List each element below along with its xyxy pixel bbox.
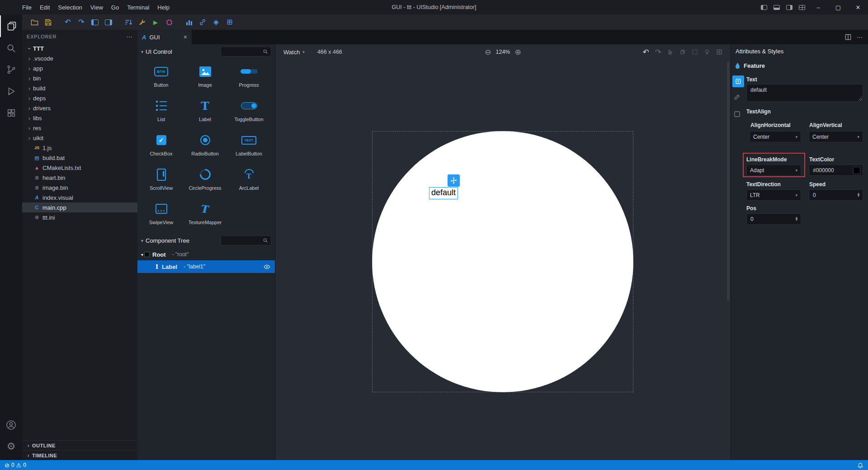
move-handle-icon[interactable] [448,174,460,187]
explorer-more-icon[interactable]: ⋯ [126,33,133,40]
zoom-in-icon[interactable]: ⊕ [514,48,521,56]
file-cmakelists[interactable]: ▲CMakeLists.txt [22,163,137,173]
linebreakmode-select[interactable]: Adapt ▾ [746,164,801,176]
notifications-bell-icon[interactable] [857,462,863,468]
folder-uikit[interactable]: ›uikit [22,133,137,143]
grid-icon[interactable] [716,49,722,55]
style-attributes-tab[interactable] [733,93,741,101]
control-togglebutton[interactable]: ToggleButton [227,96,271,130]
more-actions-icon[interactable]: ⋯ [857,34,863,41]
toggle-sidebar-icon[interactable] [758,0,770,14]
menu-help[interactable]: Help [153,4,174,11]
folder-build[interactable]: ›build [22,83,137,93]
control-button[interactable]: BTNButton [139,61,183,96]
folder-app[interactable]: ›app [22,63,137,73]
control-radiobutton[interactable]: RadioButton [183,130,227,164]
run-debug-icon[interactable] [0,80,22,102]
grid-view-icon[interactable]: ⊞ [224,16,236,28]
resize-grip-icon[interactable] [858,97,862,101]
profiler-chart-icon[interactable] [183,16,195,28]
component-tree-search-input[interactable] [221,235,271,245]
layout-attributes-tab[interactable] [733,110,741,118]
search-icon[interactable] [0,37,22,59]
stepper-arrows-icon[interactable]: ▲▼ [795,217,798,221]
tree-root-ttt[interactable]: › TTT [22,43,137,53]
layout-left-icon[interactable] [89,16,101,28]
file-maincpp[interactable]: Cmain.cpp [22,202,137,212]
outline-section[interactable]: › OUTLINE [22,440,137,450]
link-icon[interactable] [197,16,208,28]
timeline-section[interactable]: › TIMELINE [22,450,137,460]
file-1js[interactable]: JS1.js [22,143,137,153]
redo-icon[interactable]: ↷ [75,16,87,28]
file-imagebin[interactable]: ≣image.bin [22,183,137,193]
folder-libs[interactable]: ›libs [22,113,137,123]
build-wrench-icon[interactable] [136,16,148,28]
close-button[interactable]: ✕ [848,0,868,14]
file-buildbat[interactable]: ▤build.bat [22,153,137,163]
control-swipeview[interactable]: SwipeView [139,199,183,233]
textcolor-input[interactable]: #000000 [809,164,863,176]
align-horizontal-select[interactable]: Center ▾ [750,131,801,142]
text-value-input[interactable]: default [746,84,863,102]
layout-right-icon[interactable] [103,16,114,28]
zoom-out-icon[interactable]: ⊖ [485,48,491,56]
stepper-arrows-icon[interactable]: ▲▼ [857,193,860,197]
menu-selection[interactable]: Selection [54,4,86,11]
control-scrollview[interactable]: ScrollView [139,164,183,199]
control-labelbutton[interactable]: TEXTLabelButton [227,130,271,164]
bulb-icon[interactable] [704,49,710,55]
folder-vscode[interactable]: ›.vscode [22,53,137,63]
control-checkbox[interactable]: ✓CheckBox [139,130,183,164]
undo-icon[interactable]: ↶ [643,48,649,56]
component-tree-header[interactable]: ▾ Component Tree [137,233,275,248]
device-select[interactable]: Watch ▾ [283,49,305,56]
align-vertical-select[interactable]: Center ▾ [809,131,863,142]
extensions-icon[interactable] [0,102,22,124]
control-image[interactable]: Image [183,61,227,96]
speed-input[interactable]: 0 ▲▼ [809,189,863,201]
folder-res[interactable]: ›res [22,123,137,133]
redo-icon[interactable]: ↷ [655,48,661,56]
file-indexvisual[interactable]: Aindex.visual [22,193,137,202]
folder-deps[interactable]: ›deps [22,93,137,103]
format-sort-icon[interactable] [123,16,134,28]
maximize-button[interactable]: ▢ [828,0,848,14]
color-swatch[interactable] [853,167,860,174]
tab-gui[interactable]: A GUI × [137,30,192,44]
settings-gear-icon[interactable]: ⚙ [0,436,22,457]
ui-control-header[interactable]: ▾ UI Control [137,44,275,59]
folder-bin[interactable]: ›bin [22,73,137,83]
run-icon[interactable]: ▶ [150,16,161,28]
menu-view[interactable]: View [86,4,107,11]
customize-layout-icon[interactable] [796,0,808,14]
toggle-secondary-sidebar-icon[interactable] [783,0,796,14]
copy-icon[interactable] [679,49,686,55]
menu-edit[interactable]: Edit [36,4,54,11]
problems-indicator[interactable]: ⊘ 0 ⚠ 0 [5,462,26,468]
minimize-button[interactable]: – [808,0,828,14]
open-folder-icon[interactable] [28,16,40,28]
textdirection-select[interactable]: LTR ▾ [746,189,801,201]
control-label[interactable]: TLabel [183,96,227,130]
split-editor-icon[interactable] [845,34,851,40]
control-list[interactable]: List [139,96,183,130]
select-cursor-icon[interactable] [667,49,674,55]
file-tttini[interactable]: ⚙ttt.ini [22,212,137,222]
visual-designer-icon[interactable]: ◈ [210,16,222,28]
source-control-icon[interactable] [0,59,22,80]
selected-label-widget[interactable]: default [429,187,458,199]
control-texturemapper[interactable]: TTextureMapper [183,199,227,233]
control-arclabel[interactable]: TArcLabel [227,164,271,199]
frame-icon[interactable] [692,49,698,55]
flash-device-icon[interactable] [163,16,175,28]
pos-input[interactable]: 0 ▲▼ [746,213,801,225]
file-heartbin[interactable]: ≣heart.bin [22,173,137,183]
visibility-eye-icon[interactable] [264,263,270,270]
design-canvas[interactable]: Watch ▾ 466 x 466 ⊖ 124% ⊕ ↶ ↷ [275,44,731,460]
undo-icon[interactable]: ↶ [62,16,74,28]
menu-go[interactable]: Go [107,4,123,11]
text-attributes-tab[interactable] [732,75,744,87]
save-icon[interactable] [42,16,54,28]
explorer-pages-icon[interactable] [0,15,22,37]
